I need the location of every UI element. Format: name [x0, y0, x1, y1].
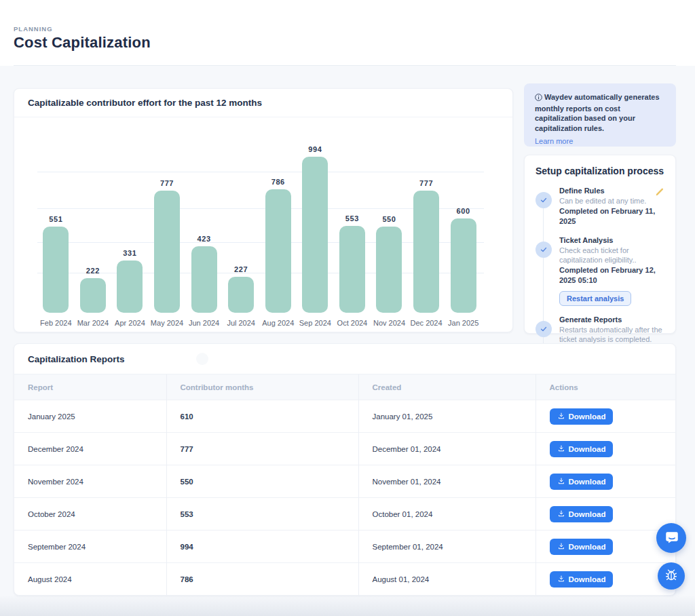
- faint-status-dot: [196, 353, 208, 365]
- step-completed-text: Completed on February 12, 2025 05:10: [559, 265, 664, 286]
- bar-value-label: 994: [308, 145, 322, 153]
- x-axis-tick-label: Apr 2024: [115, 319, 145, 329]
- reports-card-header: Capitalization Reports: [14, 344, 675, 374]
- step-content: Define Rules Can be edited at any time. …: [559, 186, 664, 227]
- cost-capitalization-page: PLANNING Cost Capitalization Capitalizab…: [0, 0, 695, 616]
- bar: [413, 191, 439, 313]
- download-report-button[interactable]: Download: [550, 506, 614, 522]
- bar: [339, 226, 365, 313]
- header-divider: [14, 65, 676, 66]
- report-name-cell: January 2025: [14, 400, 166, 433]
- x-axis-tick-label: Dec 2024: [411, 319, 443, 329]
- bar: [376, 227, 402, 313]
- bar-value-label: 786: [271, 178, 285, 186]
- bar-group-oct-2024: 553Oct 2024: [334, 214, 371, 329]
- download-report-button[interactable]: Download: [550, 571, 614, 588]
- contributor-months-cell: 550: [166, 465, 358, 498]
- chart-bars-area: 551Feb 2024222Mar 2024331Apr 2024777May …: [37, 121, 482, 329]
- x-axis-tick-label: Jan 2025: [448, 319, 478, 329]
- bar: [302, 157, 328, 313]
- bar-value-label: 227: [234, 265, 248, 273]
- download-report-button[interactable]: Download: [550, 441, 614, 457]
- x-axis-tick-label: Sep 2024: [299, 319, 331, 329]
- bar-value-label: 423: [198, 235, 211, 243]
- actions-cell: Download: [536, 563, 675, 596]
- x-axis-tick-label: Mar 2024: [77, 319, 109, 329]
- report-bug-button[interactable]: [658, 562, 685, 590]
- step-ticket-analysis: Ticket Analysis Check each ticket for ca…: [536, 235, 664, 306]
- edit-rules-pencil-icon[interactable]: [655, 187, 664, 199]
- bar-group-may-2024: 777May 2024: [149, 179, 186, 329]
- created-date-cell: November 01, 2024: [358, 465, 536, 498]
- bar-group-mar-2024: 222Mar 2024: [75, 267, 112, 329]
- bug-icon: [664, 567, 679, 585]
- column-header-contributor-months: Contributor months: [166, 374, 358, 400]
- column-header-actions: Actions: [536, 374, 675, 400]
- download-icon: [557, 509, 565, 519]
- capitalization-reports-card: Capitalization Reports Report Contributo…: [14, 343, 676, 596]
- report-name-cell: December 2024: [14, 433, 166, 465]
- setup-process-card: Setup capitalization process Define Rule…: [524, 155, 676, 334]
- actions-cell: Download: [536, 465, 675, 498]
- step-description: Restarts automatically after the ticket …: [559, 325, 664, 345]
- chart-card: Capitalizable contributor effort for the…: [14, 88, 513, 332]
- download-report-button[interactable]: Download: [550, 474, 614, 490]
- x-axis-tick-label: Jul 2024: [227, 319, 255, 329]
- bar: [117, 261, 143, 313]
- reports-title: Capitalization Reports: [28, 354, 125, 364]
- bar-group-sep-2024: 994Sep 2024: [297, 145, 334, 329]
- table-header-row: Report Contributor months Created Action…: [14, 374, 675, 400]
- bar-group-nov-2024: 550Nov 2024: [371, 215, 408, 329]
- bar-value-label: 777: [160, 179, 174, 187]
- column-header-created: Created: [358, 374, 536, 400]
- step-completed-text: Completed on February 11, 2025: [559, 206, 664, 227]
- x-axis-tick-label: Jun 2024: [189, 319, 219, 329]
- x-axis-tick-label: Nov 2024: [373, 319, 405, 329]
- download-icon: [557, 575, 565, 584]
- bar-value-label: 553: [345, 214, 359, 223]
- column-header-report: Report: [14, 374, 166, 400]
- page-title: Cost Capitalization: [14, 34, 151, 52]
- actions-cell: Download: [536, 400, 675, 433]
- bar-chart: 551Feb 2024222Mar 2024331Apr 2024777May …: [14, 121, 512, 329]
- chart-title: Capitalizable contributor effort for the…: [28, 98, 262, 108]
- step-title: Generate Reports: [559, 315, 664, 325]
- bar-group-jun-2024: 423Jun 2024: [185, 235, 223, 329]
- contributor-months-cell: 553: [166, 498, 358, 531]
- auto-reports-info-box: Waydev automatically generates monthly r…: [524, 83, 676, 147]
- contributor-months-cell: 786: [166, 563, 358, 596]
- download-report-button[interactable]: Download: [550, 539, 614, 555]
- report-name-cell: October 2024: [14, 498, 166, 531]
- bar-value-label: 331: [123, 249, 136, 257]
- learn-more-link[interactable]: Learn more: [535, 137, 573, 145]
- restart-analysis-button[interactable]: Restart analysis: [559, 291, 631, 306]
- bar-group-feb-2024: 551Feb 2024: [37, 215, 75, 329]
- bar-value-label: 600: [457, 207, 470, 215]
- download-report-button[interactable]: Download: [550, 408, 614, 425]
- reports-table: Report Contributor months Created Action…: [14, 374, 675, 596]
- bar: [154, 191, 180, 313]
- step-title: Define Rules: [559, 186, 664, 196]
- chart-card-header: Capitalizable contributor effort for the…: [14, 89, 512, 117]
- created-date-cell: September 01, 2024: [358, 531, 536, 563]
- bar: [43, 227, 69, 313]
- bar: [191, 246, 217, 313]
- x-axis-tick-label: Feb 2024: [40, 319, 71, 329]
- actions-cell: Download: [536, 498, 675, 531]
- download-icon: [557, 542, 565, 552]
- created-date-cell: January 01, 2025: [358, 400, 536, 433]
- report-row: August 2024786August 01, 2024Download: [14, 563, 675, 596]
- bar-value-label: 550: [382, 215, 396, 223]
- bar-group-aug-2024: 786Aug 2024: [259, 178, 297, 329]
- step-complete-check-icon: [536, 321, 552, 337]
- download-icon: [557, 444, 565, 454]
- actions-cell: Download: [536, 531, 675, 563]
- bar-value-label: 222: [86, 267, 100, 275]
- bar-group-jul-2024: 227Jul 2024: [223, 265, 260, 329]
- actions-cell: Download: [536, 433, 675, 465]
- contributor-months-cell: 610: [166, 400, 358, 433]
- report-row: December 2024777December 01, 2024Downloa…: [14, 433, 675, 465]
- step-content: Ticket Analysis Check each ticket for ca…: [559, 235, 664, 306]
- chat-messenger-button[interactable]: [656, 523, 686, 553]
- step-description: Can be edited at any time.: [559, 196, 664, 206]
